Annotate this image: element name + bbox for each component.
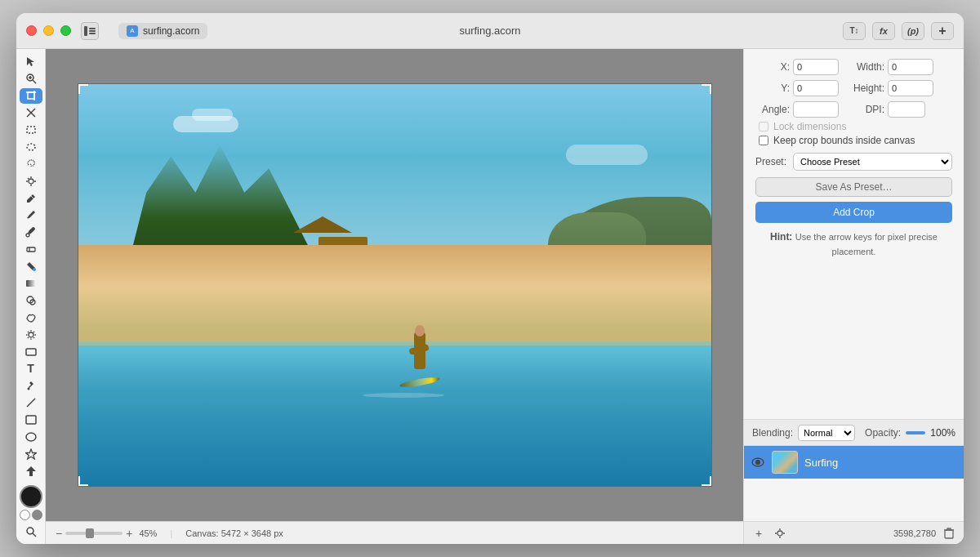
tab-label: surfing.acorn (143, 25, 199, 37)
svg-line-36 (33, 332, 34, 332)
toolbar: T (16, 49, 46, 544)
brush-tool[interactable] (20, 207, 42, 223)
p-button[interactable]: (p) (902, 22, 924, 40)
dpi-label: DPI: (849, 104, 884, 115)
right-panel: X: Width: Y: Height: Angle: DPI: (743, 49, 964, 544)
add-crop-button[interactable]: Add Crop (755, 202, 952, 223)
angle-input[interactable] (793, 101, 839, 118)
keep-crop-label: Keep crop bounds inside canvas (773, 135, 915, 146)
svg-point-29 (29, 332, 33, 337)
zoom-tool-small[interactable] (20, 524, 42, 539)
opacity-slider[interactable] (906, 431, 925, 434)
rect-select-tool[interactable] (20, 123, 42, 138)
svg-rect-41 (26, 416, 36, 424)
add-layer-button[interactable]: + (751, 525, 767, 541)
maximize-button[interactable] (60, 25, 71, 36)
zoom-tool[interactable] (20, 71, 42, 87)
heal-tool[interactable] (20, 310, 42, 325)
layer-thumbnail (772, 451, 798, 474)
foreground-color[interactable] (20, 485, 42, 508)
arrow-shape-tool[interactable] (20, 463, 42, 479)
zoom-out-button[interactable]: − (56, 527, 62, 540)
clone-tool[interactable] (20, 292, 42, 308)
sidebar-toggle[interactable] (81, 22, 99, 40)
layer-settings-button[interactable] (772, 525, 788, 541)
canvas-container[interactable] (46, 49, 743, 521)
svg-rect-38 (26, 349, 36, 355)
lasso-tool[interactable] (20, 156, 42, 172)
star-tool[interactable] (20, 446, 42, 461)
preset-select[interactable]: Choose Preset (793, 153, 952, 171)
width-input[interactable] (888, 59, 933, 75)
layers-panel: Surfing + 3598,2780 (744, 446, 964, 544)
canvas-info: Canvas: 5472 × 3648 px (185, 528, 283, 538)
close-button[interactable] (26, 25, 37, 36)
layers-footer: + 3598,2780 (744, 521, 964, 544)
type-tool-button[interactable]: T↕ (843, 22, 866, 40)
transparent-color[interactable] (32, 510, 42, 520)
zoom-percentage: 45% (139, 528, 157, 538)
y-input[interactable] (793, 80, 839, 96)
svg-line-46 (33, 533, 36, 537)
main-area: T (16, 49, 964, 544)
levels-tool[interactable] (20, 327, 42, 342)
rect-draw-tool[interactable] (20, 412, 42, 428)
footer-coordinates: 3598,2780 (893, 528, 936, 538)
magic-wand-tool[interactable] (20, 173, 42, 189)
svg-rect-0 (84, 26, 87, 36)
ellipse-draw-tool[interactable] (20, 430, 42, 445)
minimize-button[interactable] (43, 25, 54, 36)
layer-visibility-eye[interactable] (751, 455, 765, 470)
svg-rect-24 (27, 247, 35, 252)
svg-point-39 (27, 388, 29, 390)
deselect-tool[interactable] (20, 105, 42, 121)
blending-label: Blending: (752, 427, 793, 439)
delete-layer-button[interactable] (941, 525, 957, 541)
layer-item[interactable]: Surfing (744, 446, 964, 479)
svg-point-45 (27, 528, 33, 534)
save-preset-button[interactable]: Save As Preset… (755, 177, 952, 197)
height-input[interactable] (888, 80, 933, 96)
preset-row: Preset: Choose Preset (755, 153, 952, 171)
width-label: Width: (849, 61, 884, 73)
hint-text: Use the arrow keys for pixel precise pla… (795, 232, 938, 256)
hint-label: Hint: (770, 231, 792, 243)
pencil-tool[interactable] (20, 190, 42, 206)
arrow-tool[interactable] (20, 54, 42, 69)
svg-point-49 (777, 531, 782, 536)
svg-marker-44 (26, 466, 36, 476)
text-tool[interactable]: T (20, 361, 42, 377)
line-tool[interactable] (20, 395, 42, 411)
x-width-row: X: Width: (755, 59, 952, 75)
blending-mode-select[interactable]: Normal (798, 425, 855, 441)
crop-tool[interactable] (20, 88, 42, 104)
document-tab[interactable]: A surfing.acorn (118, 23, 207, 39)
hint-area: Hint: Use the arrow keys for pixel preci… (755, 229, 952, 259)
add-panel-button[interactable]: + (931, 22, 954, 40)
zoom-in-button[interactable]: + (126, 527, 132, 540)
svg-rect-3 (89, 33, 96, 34)
dpi-input[interactable] (888, 101, 925, 118)
canvas[interactable] (78, 83, 712, 487)
traffic-lights (26, 25, 71, 36)
lock-dimensions-checkbox[interactable] (759, 122, 768, 131)
keep-crop-checkbox[interactable] (759, 136, 768, 145)
white-color[interactable] (20, 510, 30, 520)
svg-point-42 (26, 433, 36, 441)
eraser-tool[interactable] (20, 242, 42, 257)
gradient-tool[interactable] (20, 276, 42, 292)
surfer-figure (408, 320, 432, 385)
angle-label: Angle: (755, 104, 790, 115)
svg-point-15 (27, 144, 35, 150)
titlebar-right-buttons: T↕ fx (p) + (843, 22, 954, 40)
x-input[interactable] (793, 59, 839, 75)
pen-tool[interactable] (20, 378, 42, 394)
rect-shape-tool[interactable] (20, 344, 42, 359)
svg-line-40 (27, 399, 35, 407)
ellipse-select-tool[interactable] (20, 139, 42, 154)
svg-line-34 (27, 332, 28, 332)
fill-tool[interactable] (20, 259, 42, 274)
zoom-slider[interactable] (65, 532, 122, 535)
fx-button[interactable]: fx (872, 22, 895, 40)
eyedropper-tool[interactable] (20, 225, 42, 240)
